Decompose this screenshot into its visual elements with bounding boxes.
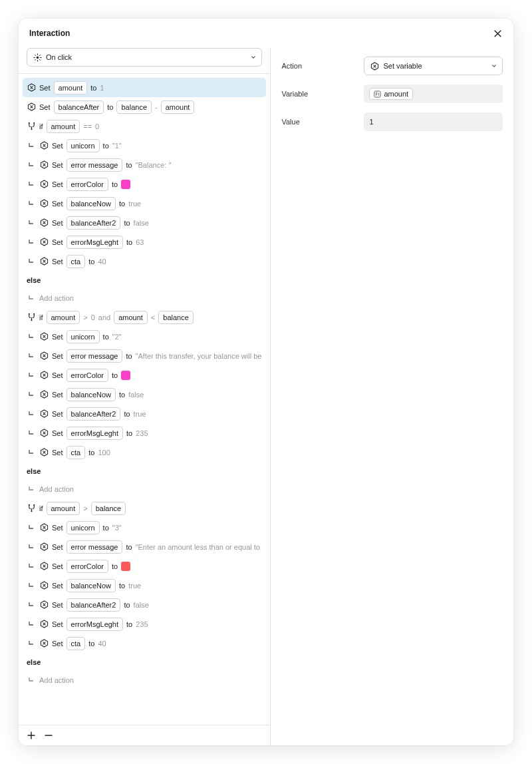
action-row[interactable]: Set amount to 1 bbox=[23, 78, 266, 97]
action-row[interactable]: Set error message to "After this transfe… bbox=[23, 346, 266, 365]
set-variable-icon bbox=[39, 542, 49, 552]
variable-chip[interactable]: balance bbox=[116, 100, 152, 114]
variable-chip[interactable]: balanceAfter2 bbox=[66, 216, 121, 230]
variable-chip[interactable]: unicorn bbox=[66, 139, 100, 152]
variable-chip[interactable]: amount bbox=[47, 502, 80, 515]
action-row[interactable]: Set errorColor to bbox=[23, 556, 266, 576]
color-swatch[interactable] bbox=[121, 371, 130, 380]
action-row[interactable]: Set balanceNow to true bbox=[23, 576, 266, 595]
action-row[interactable]: Set errorMsgLeght to 235 bbox=[23, 614, 266, 634]
action-row[interactable]: Set balanceAfter to balance - amount bbox=[23, 97, 266, 116]
literal-value: true bbox=[128, 200, 141, 208]
action-select[interactable]: Set variable bbox=[364, 57, 503, 75]
action-row[interactable]: Set errorMsgLeght to 235 bbox=[23, 423, 266, 443]
add-action-placeholder[interactable]: Add action bbox=[23, 288, 266, 307]
action-row[interactable]: Set error message to "Balance: " bbox=[23, 155, 266, 174]
variable-chip[interactable]: error message bbox=[66, 349, 123, 363]
set-variable-icon bbox=[39, 523, 49, 532]
variable-chip[interactable]: errorMsgLeght bbox=[66, 618, 124, 631]
indent-icon bbox=[27, 162, 36, 168]
add-action-placeholder[interactable]: Add action bbox=[23, 670, 266, 689]
action-row[interactable]: Set balanceAfter2 to true bbox=[23, 404, 266, 423]
indent-icon bbox=[27, 563, 36, 570]
variable-chip[interactable]: amount bbox=[54, 81, 88, 95]
variable-chip[interactable]: error message bbox=[66, 540, 123, 554]
variable-chip[interactable]: balance bbox=[158, 311, 194, 324]
svg-point-1 bbox=[28, 122, 29, 124]
set-variable-icon bbox=[39, 581, 49, 590]
action-row[interactable]: Set errorColor to bbox=[23, 174, 266, 194]
variable-chip[interactable]: errorMsgLeght bbox=[66, 427, 124, 440]
variable-chip[interactable]: errorColor bbox=[66, 369, 109, 382]
actions-list[interactable]: Set amount to 1 Set balanceAfter to bala… bbox=[19, 73, 270, 725]
conditional-row[interactable]: if amount > 0 and amount < balance bbox=[23, 307, 266, 327]
action-row[interactable]: Set balanceAfter2 to false bbox=[23, 213, 266, 232]
variable-chip[interactable]: unicorn bbox=[66, 521, 100, 534]
action-row[interactable]: Set unicorn to "3" bbox=[23, 518, 266, 537]
variable-field[interactable]: amount bbox=[364, 85, 503, 103]
indent-icon bbox=[27, 258, 36, 265]
indent-icon bbox=[27, 582, 36, 589]
action-row[interactable]: Set balanceAfter2 to false bbox=[23, 595, 266, 614]
conditional-row[interactable]: if amount > balance bbox=[23, 498, 266, 518]
variable-chip[interactable]: errorColor bbox=[66, 560, 109, 573]
actions-panel: On click Set amount to 1 bbox=[19, 48, 271, 745]
add-button[interactable] bbox=[27, 731, 36, 740]
variable-chip[interactable]: balanceNow bbox=[66, 197, 116, 210]
value-field[interactable]: 1 bbox=[364, 112, 503, 131]
action-row[interactable]: Set errorMsgLeght to 63 bbox=[23, 232, 266, 252]
variable-chip[interactable]: cta bbox=[66, 255, 86, 268]
variable-chip[interactable]: error message bbox=[66, 158, 123, 172]
action-row[interactable]: Set balanceNow to true bbox=[23, 194, 266, 213]
prop-action: Action Set variable bbox=[281, 52, 503, 80]
indent-icon bbox=[27, 486, 36, 492]
conditional-icon bbox=[27, 122, 36, 131]
indent-icon bbox=[27, 333, 36, 340]
set-variable-icon bbox=[39, 448, 49, 457]
conditional-icon bbox=[27, 504, 36, 513]
action-row[interactable]: Set cta to 40 bbox=[23, 634, 266, 653]
svg-point-5 bbox=[33, 313, 35, 315]
variable-chip[interactable]: balance bbox=[91, 502, 126, 515]
action-row[interactable]: Set cta to 100 bbox=[23, 443, 266, 462]
color-swatch[interactable] bbox=[121, 180, 130, 189]
click-icon bbox=[33, 53, 42, 62]
color-swatch[interactable] bbox=[121, 562, 130, 571]
keyword-if: if bbox=[39, 122, 43, 130]
set-variable-icon bbox=[39, 639, 49, 648]
action-row[interactable]: Set errorColor to bbox=[23, 365, 266, 385]
variable-chip[interactable]: balanceNow bbox=[66, 579, 116, 592]
indent-icon bbox=[27, 295, 36, 301]
indent-icon bbox=[27, 220, 36, 226]
indent-icon bbox=[27, 411, 36, 417]
action-row[interactable]: Set unicorn to "1" bbox=[23, 136, 266, 155]
remove-button[interactable] bbox=[44, 731, 53, 740]
svg-point-4 bbox=[28, 313, 29, 315]
conditional-row[interactable]: if amount == 0 bbox=[23, 116, 266, 136]
variable-chip[interactable]: unicorn bbox=[66, 330, 100, 343]
variable-chip[interactable]: amount bbox=[47, 311, 80, 324]
indent-icon bbox=[27, 524, 36, 531]
variable-chip[interactable]: amount bbox=[114, 311, 148, 324]
variable-chip[interactable]: errorColor bbox=[66, 178, 109, 191]
action-row[interactable]: Set cta to 40 bbox=[23, 252, 266, 271]
action-row[interactable]: Set error message to "Enter an amount le… bbox=[23, 537, 266, 556]
trigger-select[interactable]: On click bbox=[27, 48, 262, 67]
interaction-modal: Interaction On click bbox=[19, 19, 513, 745]
variable-chip[interactable]: balanceAfter2 bbox=[66, 598, 121, 612]
variable-chip[interactable]: cta bbox=[66, 637, 86, 650]
variable-chip[interactable]: errorMsgLeght bbox=[66, 236, 124, 249]
variable-chip[interactable]: balanceNow bbox=[66, 388, 116, 401]
variable-chip[interactable]: amount bbox=[47, 120, 80, 133]
indent-icon bbox=[27, 239, 36, 246]
else-label: else bbox=[23, 462, 266, 479]
action-row[interactable]: Set unicorn to "2" bbox=[23, 327, 266, 346]
variable-chip[interactable]: amount bbox=[161, 100, 195, 114]
add-action-placeholder[interactable]: Add action bbox=[23, 479, 266, 498]
variable-chip[interactable]: cta bbox=[66, 446, 86, 459]
variable-chip[interactable]: balanceAfter bbox=[54, 100, 104, 114]
variable-chip[interactable]: balanceAfter2 bbox=[66, 407, 121, 421]
close-button[interactable] bbox=[492, 28, 503, 39]
literal-value: 63 bbox=[136, 238, 144, 246]
action-row[interactable]: Set balanceNow to false bbox=[23, 385, 266, 404]
